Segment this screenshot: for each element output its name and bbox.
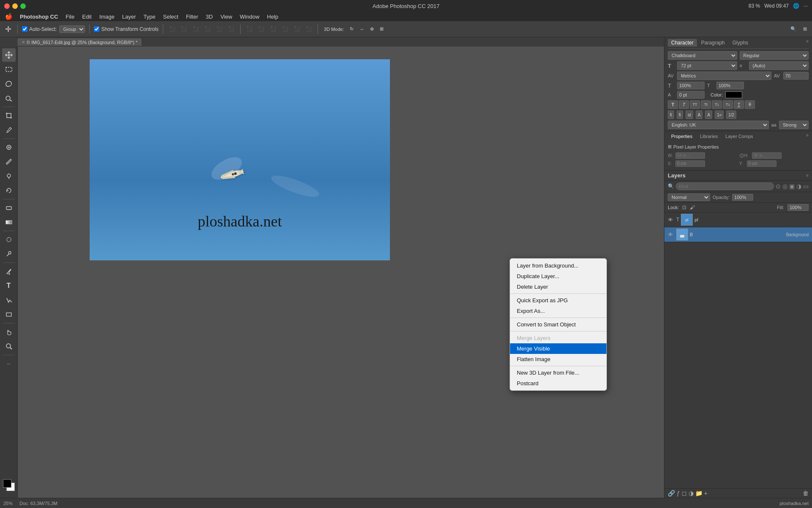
swash-button[interactable]: A xyxy=(696,110,703,119)
layer-item-text[interactable]: 👁 T pl pl xyxy=(664,213,812,227)
ctx-new-3d-layer[interactable]: New 3D Layer from File... xyxy=(510,367,606,378)
shape-tool[interactable] xyxy=(2,308,16,321)
tab-layer-comps[interactable]: Layer Comps xyxy=(722,133,756,140)
bold-button[interactable]: T xyxy=(668,100,678,109)
layer-adj-icon[interactable]: ◑ xyxy=(689,490,694,497)
doc-tab[interactable]: ✕ © IMG_6617-Edit.jpg @ 25% (Background,… xyxy=(18,39,141,46)
ctx-flatten-image[interactable]: Flatten Image xyxy=(510,354,606,364)
menu-help[interactable]: Help xyxy=(263,13,282,21)
apple-menu[interactable]: 🍎 xyxy=(2,12,16,21)
ctx-delete-layer[interactable]: Delete Layer xyxy=(510,282,606,292)
show-transform-controls-checkbox[interactable]: Show Transform Controls xyxy=(94,26,158,32)
rect-marquee-tool[interactable] xyxy=(2,63,16,76)
layers-filter-shape-icon[interactable]: ▭ xyxy=(803,183,809,190)
minimize-button[interactable] xyxy=(12,3,18,9)
uppercase-button[interactable]: TT xyxy=(690,100,700,109)
layers-filter-type-icon[interactable]: ⊙ xyxy=(776,183,781,190)
layer-effects-icon[interactable]: ƒ xyxy=(677,490,680,497)
superscript-button[interactable]: T1 xyxy=(712,100,722,109)
layers-filter-adj-icon[interactable]: ◑ xyxy=(796,183,801,190)
layers-options-icon[interactable]: ≡ xyxy=(806,173,809,178)
layer-item-background[interactable]: 👁 B Background xyxy=(664,227,812,242)
layer-delete-icon[interactable]: 🗑 xyxy=(803,490,809,497)
layers-filter-smart-icon[interactable]: ◎ xyxy=(782,183,787,190)
menu-layer[interactable]: Layer xyxy=(119,13,140,21)
lasso-tool[interactable] xyxy=(2,77,16,91)
doc-tab-close[interactable]: ✕ xyxy=(22,40,25,44)
distribute-center-v-icon[interactable]: ⬛ xyxy=(292,25,302,33)
layer-new-icon[interactable]: + xyxy=(704,490,708,497)
menu-view[interactable]: View xyxy=(217,13,236,21)
eyedropper-tool[interactable] xyxy=(2,123,16,137)
layer-visibility-text[interactable]: 👁 xyxy=(668,217,675,223)
strikethrough-button[interactable]: T xyxy=(745,100,755,109)
ctx-layer-from-background[interactable]: Layer from Background... xyxy=(510,260,606,271)
italic-button[interactable]: T xyxy=(679,100,689,109)
3d-zoom-icon[interactable]: ⊕ xyxy=(368,25,376,33)
font-style-select[interactable]: Regular xyxy=(740,51,809,60)
baseline-shift-input[interactable] xyxy=(677,91,705,99)
search-icon[interactable]: 🔍 xyxy=(789,25,798,33)
hand-tool[interactable] xyxy=(2,325,16,339)
font-family-select[interactable]: Chalkboard xyxy=(668,51,737,60)
font-size-select[interactable]: 72 pt xyxy=(677,61,737,70)
gradient-tool[interactable] xyxy=(2,215,16,229)
subscript-button[interactable]: T1 xyxy=(723,100,733,109)
text-tool[interactable]: T xyxy=(2,279,16,293)
path-select-tool[interactable] xyxy=(2,293,16,307)
ctx-postcard[interactable]: Postcard xyxy=(510,378,606,389)
menu-edit[interactable]: Edit xyxy=(79,13,95,21)
layer-mask-icon[interactable]: ◻ xyxy=(682,490,687,497)
dodge-tool[interactable] xyxy=(2,247,16,261)
layout-icon[interactable]: ⊞ xyxy=(801,25,809,33)
menu-window[interactable]: Window xyxy=(236,13,263,21)
menu-3d[interactable]: 3D xyxy=(203,13,217,21)
ctx-duplicate-layer[interactable]: Duplicate Layer... xyxy=(510,271,606,282)
height-input[interactable] xyxy=(752,152,782,159)
width-input[interactable] xyxy=(675,152,705,159)
distribute-top-icon[interactable]: ⬛ xyxy=(280,25,290,33)
tab-glyphs[interactable]: Glyphs xyxy=(729,39,752,47)
horizontal-scale-input[interactable] xyxy=(716,82,744,89)
distribute-center-h-icon[interactable]: ⬛ xyxy=(257,25,266,33)
align-left-icon[interactable]: ⬛ xyxy=(167,25,177,33)
layer-visibility-bg[interactable]: 👁 xyxy=(668,232,675,238)
menu-file[interactable]: File xyxy=(62,13,78,21)
aa-method-select[interactable]: Strong xyxy=(779,121,809,129)
blend-mode-select[interactable]: Normal xyxy=(668,193,710,201)
ctx-merge-visible[interactable]: Merge Visible xyxy=(510,343,606,354)
distribute-right-icon[interactable]: ⬛ xyxy=(269,25,278,33)
ctx-export-as[interactable]: Export As... xyxy=(510,306,606,316)
clone-stamp-tool[interactable] xyxy=(2,169,16,183)
lock-image-icon[interactable]: 🖌 xyxy=(690,204,695,210)
menu-image[interactable]: Image xyxy=(96,13,118,21)
move-tool-icon[interactable]: ✛ xyxy=(3,24,13,35)
panel-options-icon[interactable]: ≡ xyxy=(806,39,809,47)
leading-select[interactable]: (Auto) xyxy=(749,61,809,70)
3d-pan-icon[interactable]: ↔ xyxy=(358,26,366,33)
layer-link-icon[interactable]: 🔗 xyxy=(668,490,675,497)
distribute-left-icon[interactable]: ⬛ xyxy=(245,25,254,33)
pen-tool[interactable] xyxy=(2,265,16,278)
opacity-input[interactable] xyxy=(732,194,753,201)
crop-tool[interactable] xyxy=(2,109,16,122)
tracking-input[interactable] xyxy=(783,72,809,80)
tab-libraries[interactable]: Libraries xyxy=(697,133,721,140)
eraser-tool[interactable] xyxy=(2,201,16,215)
menu-app[interactable]: Photoshop CC xyxy=(16,13,61,21)
vertical-scale-input[interactable] xyxy=(677,82,705,89)
ligature-fi-button[interactable]: fi xyxy=(668,110,674,119)
tab-character[interactable]: Character xyxy=(668,39,697,47)
distribute-bottom-icon[interactable]: ⬛ xyxy=(304,25,313,33)
history-brush-tool[interactable] xyxy=(2,184,16,197)
y-input[interactable] xyxy=(747,160,776,167)
color-swatches[interactable] xyxy=(3,479,15,491)
quick-select-tool[interactable] xyxy=(2,91,16,105)
auto-select-checkbox[interactable]: Auto-Select: xyxy=(22,26,57,32)
spot-heal-tool[interactable] xyxy=(2,141,16,154)
properties-options-icon[interactable]: ≡ xyxy=(806,133,809,140)
old-style-button[interactable]: fi xyxy=(677,110,683,119)
foreground-color-swatch[interactable] xyxy=(3,479,11,488)
align-bottom-icon[interactable]: ⬛ xyxy=(227,25,236,33)
menu-select[interactable]: Select xyxy=(159,13,181,21)
